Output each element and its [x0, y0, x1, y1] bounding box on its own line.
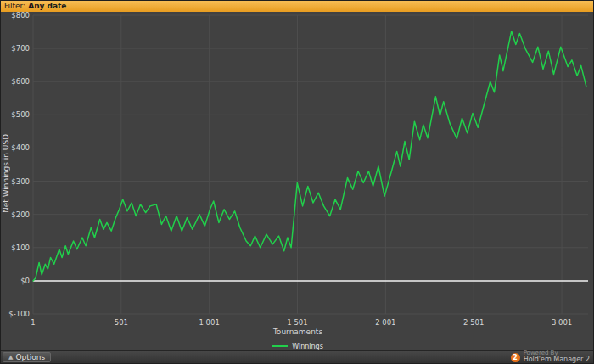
chart-panel: $800$700$600$500$400$300$200$100$0$-1001…: [1, 12, 594, 352]
options-label: Options: [15, 353, 45, 361]
svg-text:$600: $600: [11, 77, 30, 86]
brand-text: Powered By Hold'em Manager 2: [524, 350, 590, 364]
svg-text:2 001: 2 001: [375, 318, 395, 327]
filter-bar[interactable]: Filter:Any date: [1, 1, 593, 12]
winnings-chart-svg: $800$700$600$500$400$300$200$100$0$-1001…: [1, 12, 594, 352]
legend-swatch-winnings: [272, 345, 288, 347]
status-bar: ▲ Options 2 Powered By Hold'em Manager 2: [1, 350, 593, 363]
brand-name: Hold'em Manager 2: [524, 356, 590, 364]
legend-label-winnings: Winnings: [292, 343, 323, 350]
powered-by: 2 Powered By Hold'em Manager 2: [511, 350, 590, 364]
x-axis-title: Tournaments: [1, 328, 594, 336]
y-axis-title: Net Winnings in USD: [1, 46, 11, 300]
svg-text:$0: $0: [20, 277, 30, 285]
svg-text:2 501: 2 501: [463, 318, 484, 327]
filter-value[interactable]: Any date: [28, 2, 66, 10]
svg-text:1: 1: [31, 318, 35, 327]
options-icon: ▲: [8, 353, 13, 361]
svg-text:$100: $100: [11, 244, 30, 252]
svg-text:3 001: 3 001: [552, 318, 572, 327]
svg-text:$500: $500: [11, 110, 30, 119]
svg-text:$200: $200: [11, 210, 30, 219]
filter-label: Filter:: [4, 2, 25, 10]
svg-text:1 001: 1 001: [199, 318, 220, 327]
svg-text:$300: $300: [11, 177, 30, 186]
svg-text:$400: $400: [11, 143, 30, 152]
brand-logo-icon: 2: [511, 353, 520, 362]
svg-text:$700: $700: [11, 44, 30, 53]
svg-text:$800: $800: [11, 12, 30, 20]
svg-text:$-100: $-100: [8, 310, 30, 318]
svg-text:1 501: 1 501: [287, 318, 307, 327]
svg-text:501: 501: [115, 318, 128, 327]
app-window: Filter:Any date $800$700$600$500$400$300…: [0, 0, 594, 364]
options-button[interactable]: ▲ Options: [3, 352, 51, 362]
